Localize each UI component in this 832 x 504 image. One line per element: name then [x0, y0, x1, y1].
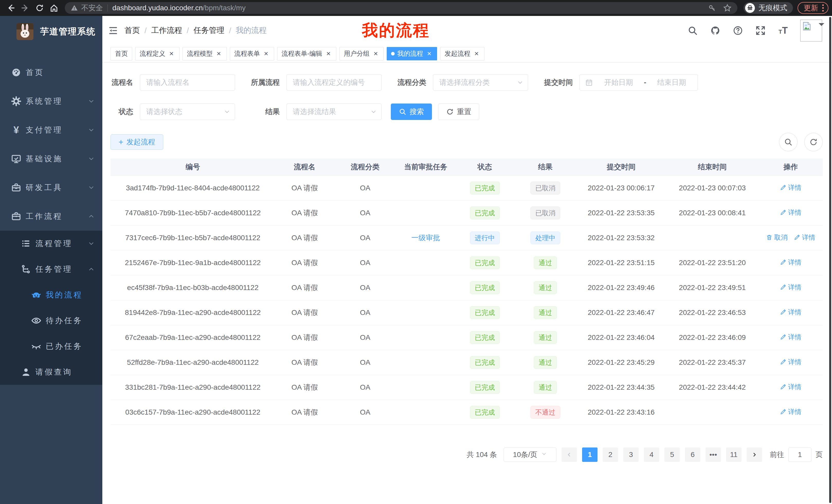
next-page-button[interactable]	[747, 447, 762, 462]
page-button-2[interactable]: 2	[603, 447, 618, 462]
browser-reload-icon[interactable]	[34, 2, 45, 13]
browser-home-icon[interactable]	[48, 2, 60, 13]
briefcase-icon	[10, 211, 22, 222]
cell-actions: 详情	[759, 200, 823, 225]
close-icon[interactable]: ×	[425, 50, 433, 57]
address-bar[interactable]: 不安全 dashboard.yudao.iocoder.cn/bpm/task/…	[65, 2, 737, 14]
sidebar-item-workflow[interactable]: 工作流程	[0, 202, 102, 231]
process-name-input[interactable]	[140, 74, 235, 91]
status-tag: 已完成	[470, 181, 500, 194]
bookmark-star-icon[interactable]	[723, 4, 732, 12]
chevron-down-icon	[87, 155, 95, 163]
action-detail-link[interactable]: 详情	[780, 358, 801, 367]
avatar-caret-icon[interactable]	[818, 23, 824, 29]
tab-home[interactable]: 首页	[110, 47, 132, 60]
page-button-4[interactable]: 4	[644, 447, 659, 462]
sidebar-item-todo-tasks[interactable]: 待办任务	[0, 308, 102, 333]
sidebar-item-dev-tools[interactable]: 研发工具	[0, 173, 102, 202]
action-detail-link[interactable]: 详情	[780, 333, 801, 342]
cell-id: 67c2eaab-7b9a-11ec-a290-acde48001122	[110, 325, 275, 350]
process-definition-input[interactable]	[286, 74, 382, 91]
sidebar-item-home[interactable]: 首页	[0, 58, 102, 87]
sidebar-item-leave-query[interactable]: 请假查询	[0, 359, 102, 385]
user-avatar-broken-image[interactable]	[800, 20, 822, 41]
submit-time-range-picker[interactable]: 开始日期 - 结束日期	[579, 74, 698, 91]
page-size-select[interactable]: 10条/页	[504, 447, 556, 462]
process-category-select[interactable]: 请选择流程分类	[433, 74, 528, 91]
tab-user-group[interactable]: 用户分组 ×	[339, 47, 384, 60]
action-detail-link[interactable]: 详情	[780, 208, 801, 217]
sidebar-item-infrastructure[interactable]: 基础设施	[0, 144, 102, 173]
tab-process-form-edit[interactable]: 流程表单-编辑 ×	[277, 47, 336, 60]
sidebar-item-task-mgmt[interactable]: 任务管理	[0, 256, 102, 282]
close-icon[interactable]: ×	[262, 50, 270, 57]
sidebar-item-done-tasks[interactable]: 已办任务	[0, 333, 102, 359]
page-button-5[interactable]: 5	[665, 447, 680, 462]
cell-result: 通过	[515, 325, 576, 350]
breadcrumb-item: 我的流程	[236, 25, 267, 36]
page-button-more[interactable]: •••	[705, 447, 721, 462]
close-icon[interactable]: ×	[372, 50, 379, 57]
fullscreen-icon[interactable]	[755, 25, 766, 36]
breadcrumb-item[interactable]: 工作流程	[151, 25, 182, 36]
action-detail-link[interactable]: 详情	[780, 383, 801, 391]
page-button-1[interactable]: 1	[582, 447, 598, 462]
action-cancel-link[interactable]: 取消	[766, 233, 787, 242]
search-icon[interactable]	[687, 25, 698, 36]
chevron-down-icon	[541, 451, 547, 459]
sidebar-item-my-process[interactable]: 我的流程	[0, 282, 102, 308]
app-logo-row[interactable]: 芋道管理系统	[0, 16, 102, 44]
close-icon[interactable]: ×	[168, 50, 175, 57]
action-detail-link[interactable]: 详情	[780, 308, 801, 317]
breadcrumb-item[interactable]: 首页	[125, 25, 140, 36]
help-icon[interactable]	[732, 25, 744, 36]
tab-my-process[interactable]: 我的流程 ×	[387, 47, 437, 60]
action-detail-link[interactable]: 详情	[780, 408, 801, 416]
github-icon[interactable]	[710, 25, 721, 36]
create-process-button[interactable]: + 发起流程	[110, 134, 163, 150]
search-button[interactable]: 搜索	[391, 104, 432, 120]
browser-menu-icon[interactable]	[822, 4, 824, 11]
page-button-6[interactable]: 6	[685, 447, 700, 462]
result-label: 结果	[250, 107, 280, 117]
action-detail-link[interactable]: 详情	[780, 258, 801, 267]
close-icon[interactable]: ×	[325, 50, 332, 57]
cell-id: 7470a810-7b9b-11ec-b5b7-acde48001122	[110, 200, 275, 225]
page-button-3[interactable]: 3	[623, 447, 639, 462]
font-size-icon[interactable]: TT	[778, 25, 789, 36]
browser-forward-icon[interactable]	[20, 2, 31, 13]
page-scrollbar[interactable]	[829, 17, 831, 503]
breadcrumb-item[interactable]: 任务管理	[193, 25, 225, 36]
cell-submit-time: 2022-01-22 23:46:04	[576, 325, 666, 350]
action-detail-link[interactable]: 详情	[780, 283, 801, 292]
tab-process-model[interactable]: 流程模型 ×	[183, 47, 227, 60]
prev-page-button[interactable]	[562, 447, 577, 462]
sidebar-item-process-mgmt[interactable]: 流程管理	[0, 231, 102, 256]
goto-page-input[interactable]	[788, 447, 811, 462]
page-button-11[interactable]: 11	[726, 447, 742, 462]
sidebar-item-system[interactable]: 系统管理	[0, 87, 102, 116]
result-tag: 已取消	[530, 206, 560, 219]
tab-process-definition[interactable]: 流程定义 ×	[135, 47, 179, 60]
reset-button[interactable]: 重置	[438, 104, 479, 120]
current-task-link[interactable]: 一级审批	[411, 234, 440, 242]
browser-back-icon[interactable]	[5, 2, 17, 13]
sidebar-item-payment[interactable]: ¥ 支付管理	[0, 116, 102, 144]
browser-update-button[interactable]: 更新	[798, 2, 828, 14]
show-search-button[interactable]	[779, 133, 798, 151]
key-icon[interactable]	[708, 4, 716, 12]
cell-submit-time: 2022-01-23 00:06:17	[576, 175, 666, 200]
sidebar-toggle-icon[interactable]	[106, 24, 120, 37]
action-detail-link[interactable]: 详情	[780, 183, 801, 192]
cell-category: OA	[334, 400, 396, 425]
close-icon[interactable]: ×	[473, 50, 480, 57]
tab-start-process[interactable]: 发起流程 ×	[440, 47, 485, 60]
url-host: dashboard.yudao.iocoder.cn	[112, 4, 203, 12]
refresh-table-button[interactable]	[804, 133, 823, 151]
tab-process-form[interactable]: 流程表单 ×	[230, 47, 274, 60]
close-icon[interactable]: ×	[215, 50, 223, 57]
status-select[interactable]: 请选择状态	[140, 104, 235, 120]
action-detail-link[interactable]: 详情	[794, 233, 815, 242]
result-select[interactable]: 请选择流结果	[286, 104, 382, 120]
result-tag: 通过	[534, 331, 557, 344]
